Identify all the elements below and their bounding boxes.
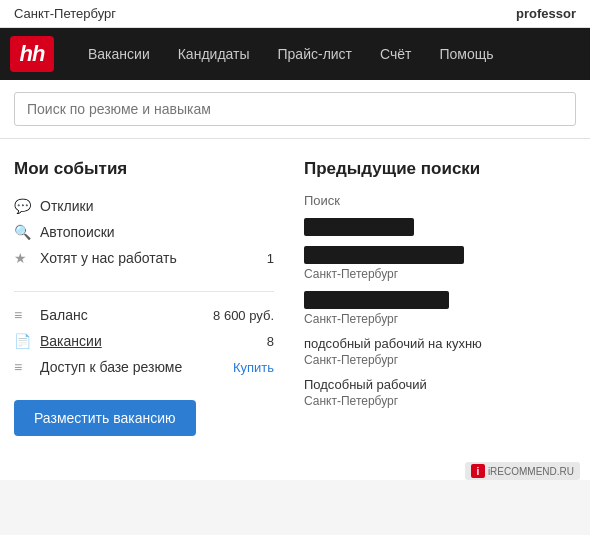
search-location-2: Санкт-Петербург [304,267,576,281]
event-item-want-work[interactable]: ★ Хотят у нас работать 1 [14,245,274,271]
event-label-autosearch: Автопоиски [40,224,274,240]
irecommend-text: iRECOMMEND.RU [488,466,574,477]
left-column: Мои события 💬 Отклики 🔍 Автопоиски ★ Хот… [14,159,274,436]
event-item-responses[interactable]: 💬 Отклики [14,193,274,219]
search-text-4[interactable]: подсобный рабочий на кухню [304,336,576,351]
search-text-5[interactable]: Подсобный рабочий [304,377,576,392]
nav-item-candidates[interactable]: Кандидаты [164,28,264,80]
finance-value-balance: 8 600 руб. [213,308,274,323]
watermark-area: i iRECOMMEND.RU [0,456,590,480]
events-list: 💬 Отклики 🔍 Автопоиски ★ Хотят у нас раб… [14,193,274,271]
finance-label-vacancies[interactable]: Вакансии [40,333,267,349]
search-bar-2 [304,246,464,264]
search-col-label: Поиск [304,193,576,208]
star-icon: ★ [14,250,32,266]
irecommend-logo: i [471,464,485,478]
autosearch-icon: 🔍 [14,224,32,240]
finance-item-balance: ≡ Баланс 8 600 руб. [14,302,274,328]
events-title: Мои события [14,159,274,179]
nav-item-help[interactable]: Помощь [426,28,508,80]
main-content: Мои события 💬 Отклики 🔍 Автопоиски ★ Хот… [0,139,590,456]
search-input[interactable] [14,92,576,126]
irecommend-badge: i iRECOMMEND.RU [465,462,580,480]
nav-item-vacancies[interactable]: Вакансии [74,28,164,80]
event-label-responses: Отклики [40,198,274,214]
vacancies-doc-icon: 📄 [14,333,32,349]
search-item-1[interactable] [304,218,576,236]
top-bar: Санкт-Петербург professor [0,0,590,28]
search-item-3[interactable]: Санкт-Петербург [304,291,576,326]
finance-label-balance: Баланс [40,307,213,323]
resume-access-icon: ≡ [14,359,32,375]
right-column: Предыдущие поиски Поиск Санкт-Петербург … [304,159,576,436]
navbar: hh Вакансии Кандидаты Прайс-лист Счёт По… [0,28,590,80]
search-item-2[interactable]: Санкт-Петербург [304,246,576,281]
divider [14,291,274,292]
search-location-4: Санкт-Петербург [304,353,576,367]
nav-item-pricelist[interactable]: Прайс-лист [264,28,367,80]
top-bar-location[interactable]: Санкт-Петербург [14,6,116,21]
post-vacancy-button[interactable]: Разместить вакансию [14,400,196,436]
balance-icon: ≡ [14,307,32,323]
search-bar-1 [304,218,414,236]
responses-icon: 💬 [14,198,32,214]
search-link-4[interactable]: подсобный рабочий на кухню [304,336,482,351]
event-label-want-work: Хотят у нас работать [40,250,267,266]
search-location-3: Санкт-Петербург [304,312,576,326]
search-item-5[interactable]: Подсобный рабочий Санкт-Петербург [304,377,576,408]
finance-item-vacancies[interactable]: 📄 Вакансии 8 [14,328,274,354]
top-bar-username: professor [516,6,576,21]
search-bar-container [0,80,590,139]
finance-label-resume-access: Доступ к базе резюме [40,359,233,375]
prev-searches-title: Предыдущие поиски [304,159,576,179]
finance-item-resume-access: ≡ Доступ к базе резюме Купить [14,354,274,380]
nav-item-account[interactable]: Счёт [366,28,425,80]
buy-access-link[interactable]: Купить [233,360,274,375]
finance-value-vacancies: 8 [267,334,274,349]
search-bar-3 [304,291,449,309]
hh-logo[interactable]: hh [10,36,54,72]
event-item-autosearch[interactable]: 🔍 Автопоиски [14,219,274,245]
search-item-4[interactable]: подсобный рабочий на кухню Санкт-Петербу… [304,336,576,367]
finance-list: ≡ Баланс 8 600 руб. 📄 Вакансии 8 ≡ Досту… [14,302,274,380]
nav-items: Вакансии Кандидаты Прайс-лист Счёт Помощ… [74,28,508,80]
search-location-5: Санкт-Петербург [304,394,576,408]
search-link-5[interactable]: Подсобный рабочий [304,377,427,392]
event-badge-want-work: 1 [267,251,274,266]
